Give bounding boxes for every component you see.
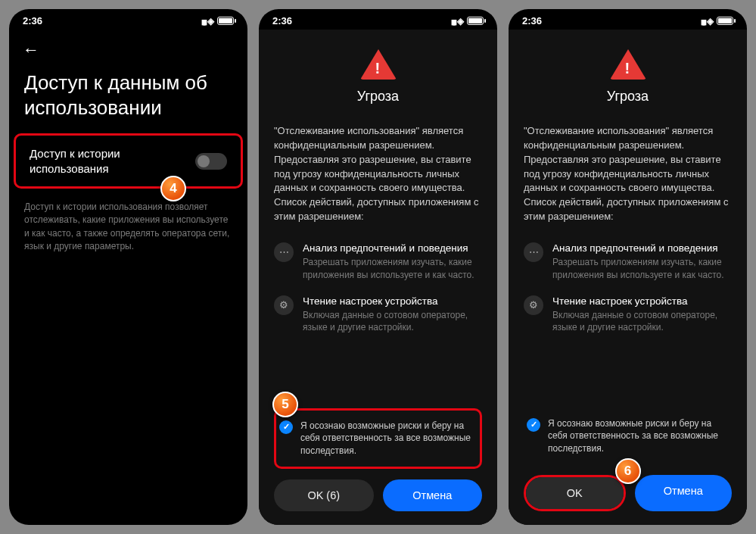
analysis-icon: ⋯ <box>524 242 543 262</box>
wifi-icon <box>707 15 714 27</box>
badge-4: 4 <box>160 176 186 201</box>
warning-icon <box>610 49 646 80</box>
checkbox-checked-icon[interactable] <box>279 420 293 434</box>
wifi-icon <box>457 15 464 27</box>
dialog-body: "Отслеживание использования" является ко… <box>274 124 482 224</box>
setting-label: Доступ к истории использования <box>30 146 173 176</box>
cancel-button[interactable]: Отмена <box>383 479 483 511</box>
perm-title: Анализ предпочтений и поведения <box>303 242 482 254</box>
gear-icon: ⚙ <box>274 295 294 315</box>
phone-screen-2: 2:36 Угроза "Отслеживание использования"… <box>259 9 497 525</box>
warning-dialog: Угроза "Отслеживание использования" явля… <box>509 30 747 525</box>
acknowledge-row[interactable]: Я осознаю возможные риски и беру на себя… <box>276 411 480 467</box>
toggle-switch[interactable] <box>195 153 227 170</box>
battery-icon <box>467 17 484 25</box>
phone-screen-1: 2:36 ← Доступ к данным об использовании … <box>9 9 247 525</box>
status-bar: 2:36 <box>259 9 497 30</box>
back-arrow-icon[interactable]: ← <box>9 30 247 64</box>
ack-text: Я осознаю возможные риски и беру на себя… <box>548 417 729 455</box>
acknowledge-row[interactable]: Я осознаю возможные риски и беру на себя… <box>524 408 732 464</box>
permission-item: ⚙ Чтение настроек устройства Включая дан… <box>524 295 732 335</box>
signal-icon <box>701 15 704 27</box>
dialog-body: "Отслеживание использования" является ко… <box>524 124 732 224</box>
analysis-icon: ⋯ <box>274 242 294 262</box>
dialog-buttons: 6 OK Отмена <box>524 475 732 511</box>
usage-history-toggle-row[interactable]: Доступ к истории использования <box>16 136 241 186</box>
perm-desc: Разрешать приложениям изучать, какие при… <box>303 256 482 282</box>
setting-description: Доступ к истории использования позволяет… <box>9 198 247 257</box>
dialog-buttons: OK (6) Отмена <box>274 479 482 511</box>
badge-5: 5 <box>272 392 298 417</box>
status-bar: 2:36 <box>509 9 747 30</box>
perm-title: Чтение настроек устройства <box>552 295 732 307</box>
phone-screen-3: 2:36 Угроза "Отслеживание использования"… <box>509 9 747 525</box>
status-time: 2:36 <box>522 15 542 27</box>
perm-title: Анализ предпочтений и поведения <box>552 242 732 254</box>
dialog-title: Угроза <box>524 89 732 105</box>
checkbox-checked-icon[interactable] <box>527 418 540 432</box>
warning-icon <box>360 49 397 80</box>
dialog-title: Угроза <box>274 89 482 105</box>
status-indicators <box>201 15 234 27</box>
permission-item: ⋯ Анализ предпочтений и поведения Разреш… <box>524 242 732 282</box>
cancel-button[interactable]: Отмена <box>635 475 733 511</box>
perm-desc: Включая данные о сотовом операторе, язык… <box>303 309 482 335</box>
battery-icon <box>717 17 733 25</box>
ack-text: Я осознаю возможные риски и беру на себя… <box>300 420 477 457</box>
battery-icon <box>217 17 234 25</box>
ok-button[interactable]: OK <box>526 477 624 509</box>
status-time: 2:36 <box>272 15 292 27</box>
permission-item: ⋯ Анализ предпочтений и поведения Разреш… <box>274 242 482 282</box>
badge-6: 6 <box>615 458 641 484</box>
warning-dialog: Угроза "Отслеживание использования" явля… <box>259 30 497 525</box>
status-time: 2:36 <box>23 15 42 27</box>
signal-icon <box>201 15 204 27</box>
signal-icon <box>451 15 454 27</box>
perm-title: Чтение настроек устройства <box>303 295 482 307</box>
gear-icon: ⚙ <box>524 295 543 315</box>
perm-desc: Включая данные о сотовом операторе, язык… <box>552 309 732 335</box>
status-indicators <box>701 15 733 27</box>
permission-item: ⚙ Чтение настроек устройства Включая дан… <box>274 295 482 335</box>
highlight-toggle-row: Доступ к истории использования 4 <box>14 133 243 189</box>
highlight-ok-button: OK <box>524 475 626 511</box>
wifi-icon <box>207 15 214 27</box>
status-indicators <box>451 15 484 27</box>
highlight-ack-row: Я осознаю возможные риски и беру на себя… <box>274 408 482 469</box>
ok-button[interactable]: OK (6) <box>274 479 374 511</box>
status-bar: 2:36 <box>9 9 247 30</box>
page-title: Доступ к данным об использовании <box>9 64 247 133</box>
perm-desc: Разрешать приложениям изучать, какие при… <box>552 256 732 282</box>
